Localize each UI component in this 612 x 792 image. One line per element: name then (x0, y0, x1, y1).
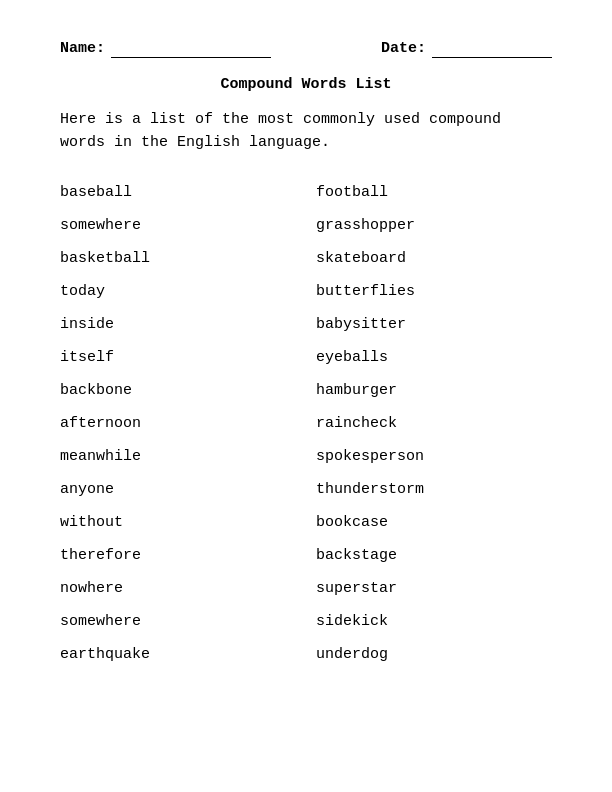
word-right-11: backstage (306, 539, 552, 572)
word-right-9: thunderstorm (306, 473, 552, 506)
word-right-8: spokesperson (306, 440, 552, 473)
word-right-4: babysitter (306, 308, 552, 341)
word-left-12: nowhere (60, 572, 306, 605)
word-left-9: anyone (60, 473, 306, 506)
header-row: Name: Date: (60, 40, 552, 58)
date-line (432, 40, 552, 58)
word-right-14: underdog (306, 638, 552, 671)
word-right-3: butterflies (306, 275, 552, 308)
page-title: Compound Words List (60, 76, 552, 93)
word-right-6: hamburger (306, 374, 552, 407)
word-left-11: therefore (60, 539, 306, 572)
name-label: Name: (60, 40, 105, 57)
word-left-8: meanwhile (60, 440, 306, 473)
word-left-2: basketball (60, 242, 306, 275)
word-left-13: somewhere (60, 605, 306, 638)
word-right-13: sidekick (306, 605, 552, 638)
word-right-7: raincheck (306, 407, 552, 440)
word-right-12: superstar (306, 572, 552, 605)
word-left-10: without (60, 506, 306, 539)
word-grid: baseballfootballsomewheregrasshopperbask… (60, 176, 552, 671)
word-left-14: earthquake (60, 638, 306, 671)
word-left-3: today (60, 275, 306, 308)
word-right-5: eyeballs (306, 341, 552, 374)
name-field: Name: (60, 40, 271, 58)
word-left-7: afternoon (60, 407, 306, 440)
intro-text: Here is a list of the most commonly used… (60, 109, 552, 154)
word-right-1: grasshopper (306, 209, 552, 242)
word-right-0: football (306, 176, 552, 209)
word-left-0: baseball (60, 176, 306, 209)
name-line (111, 40, 271, 58)
word-right-10: bookcase (306, 506, 552, 539)
date-field: Date: (381, 40, 552, 58)
word-right-2: skateboard (306, 242, 552, 275)
word-left-1: somewhere (60, 209, 306, 242)
date-label: Date: (381, 40, 426, 57)
word-left-4: inside (60, 308, 306, 341)
word-left-6: backbone (60, 374, 306, 407)
word-left-5: itself (60, 341, 306, 374)
